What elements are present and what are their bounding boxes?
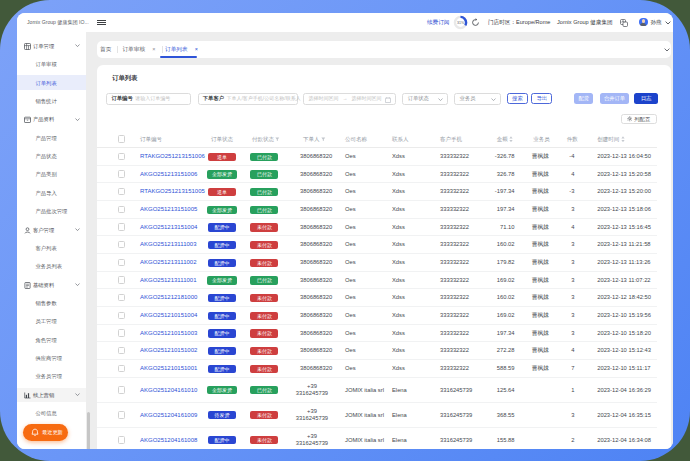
sidebar-item-产品类别[interactable]: 产品类别 (17, 165, 86, 183)
order-number-link[interactable]: AKGO251204161009 (140, 403, 197, 428)
row-checkbox[interactable] (118, 294, 126, 302)
tab-订单列表[interactable]: 订单列表× (165, 41, 198, 59)
order-number-link[interactable]: AKGO251213111002 (140, 254, 197, 272)
table-row[interactable]: AKGO251212181000配货中未付款3806868320OesXdss3… (97, 289, 657, 307)
salesperson-select[interactable]: 业务员 (454, 93, 501, 105)
column-header-company[interactable]: 公司名称 (345, 130, 367, 148)
allocate-button[interactable]: 配货 (574, 93, 594, 104)
column-header-sales[interactable]: 业务员 (533, 130, 550, 148)
sidebar-item-线上营销[interactable]: 线上营销 (17, 386, 86, 404)
sidebar-item-产品导入[interactable]: 产品导入 (17, 184, 86, 202)
column-header-phone[interactable]: 客户手机 (440, 130, 462, 148)
row-checkbox[interactable] (118, 188, 126, 196)
customer-input[interactable]: 下单客户下单人/客户手机/公司名称/联系人 (198, 93, 298, 105)
order-status-select[interactable]: 订单状态 (402, 93, 448, 105)
column-header-contact[interactable]: 联系人 (392, 130, 409, 148)
merge-orders-button[interactable]: 合并订单 (600, 93, 629, 104)
row-checkbox[interactable] (118, 386, 126, 394)
order-number-link[interactable]: AKGO251210151003 (140, 325, 197, 343)
table-row[interactable]: AKGO251210151003配货中未付款3806868320OesXdss3… (97, 325, 657, 343)
table-row[interactable]: RTAKGO251213151006退单已付款3806868320OesXdss… (97, 148, 657, 166)
sidebar-item-供应商管理[interactable]: 供应商管理 (17, 349, 86, 367)
table-row[interactable]: RTAKGO251213151005退单已付款3806868320OesXdss… (97, 183, 657, 201)
select-all-checkbox[interactable] (118, 135, 126, 143)
close-icon[interactable]: × (152, 46, 155, 52)
sidebar-item-员工管理[interactable]: 员工管理 (17, 312, 86, 330)
sidebar-item-业务员管理[interactable]: 业务员管理 (17, 367, 86, 385)
sidebar-item-客户列表[interactable]: 客户列表 (17, 239, 86, 257)
sidebar-item-业务员列表[interactable]: 业务员列表 (17, 257, 86, 275)
row-checkbox[interactable] (118, 312, 126, 320)
order-number-link[interactable]: AKGO251213111001 (140, 272, 197, 290)
order-number-link[interactable]: AKGO251213151005 (140, 201, 197, 219)
tab-collapse-chevron-icon[interactable] (664, 48, 670, 52)
sidebar-item-订单列表[interactable]: 订单列表 (17, 74, 86, 92)
table-row[interactable]: AKGO251213111001全部发货已付款3806868320OesXdss… (97, 272, 657, 290)
sidebar-scrollbar[interactable] (87, 412, 90, 450)
table-row[interactable]: AKGO251210151001配货中未付款3806868320OesXdss3… (97, 360, 657, 378)
sidebar-item-产品批次管理[interactable]: 产品批次管理 (17, 202, 86, 220)
date-range-picker[interactable]: 选择时间区间 → 选择时间区间 (303, 93, 396, 105)
sidebar-item-产品状态[interactable]: 产品状态 (17, 147, 86, 165)
order-number-link[interactable]: RTAKGO251213151006 (140, 148, 205, 166)
order-number-link[interactable]: AKGO251213151004 (140, 219, 197, 237)
search-button[interactable]: 搜索 (507, 93, 528, 104)
row-checkbox[interactable] (118, 153, 126, 161)
user-menu-chevron-icon[interactable] (665, 21, 671, 25)
sidebar-item-产品管理[interactable]: 产品管理 (17, 129, 86, 147)
row-checkbox[interactable] (118, 206, 126, 214)
column-header-number[interactable]: 订单编号 (140, 130, 162, 148)
row-checkbox[interactable] (118, 436, 126, 444)
row-checkbox[interactable] (118, 347, 126, 355)
refresh-icon[interactable] (471, 18, 480, 27)
column-header-count[interactable]: 件数 (567, 130, 578, 148)
sidebar-item-客户管理[interactable]: 客户管理 (17, 221, 86, 239)
sidebar-item-销售参数[interactable]: 销售参数 (17, 294, 86, 312)
log-button[interactable]: 日志 (634, 93, 658, 104)
row-checkbox[interactable] (118, 411, 126, 419)
order-no-input[interactable]: 订单编号请输入订单编号 (106, 93, 191, 105)
menu-toggle-icon[interactable] (97, 20, 106, 26)
table-row[interactable]: AKGO251213111003配货中未付款3806868320OesXdss3… (97, 236, 657, 254)
user-avatar[interactable] (639, 18, 648, 27)
sidebar-item-订单管理[interactable]: 订单管理 (17, 37, 86, 55)
order-number-link[interactable]: AKGO251210151001 (140, 360, 197, 378)
table-row[interactable]: AKGO251213151006全部发货已付款3806868320OesXdss… (97, 166, 657, 184)
column-header-amount[interactable]: 金额 (497, 130, 514, 148)
order-number-link[interactable]: AKGO251204161008 (140, 428, 197, 449)
sidebar-item-产品资料[interactable]: 产品资料 (17, 110, 86, 128)
table-row[interactable]: AKGO251210151004配货中未付款3806868320OesXdss3… (97, 307, 657, 325)
close-icon[interactable]: × (195, 46, 198, 52)
sidebar-item-订单审核[interactable]: 订单审核 (17, 55, 86, 73)
table-row[interactable]: AKGO251204161008配货中未付款+39 3316245739JOMI… (97, 428, 657, 449)
row-checkbox[interactable] (118, 276, 126, 284)
order-number-link[interactable]: AKGO251210151002 (140, 342, 197, 360)
sidebar-item-销售统计[interactable]: 销售统计 (17, 92, 86, 110)
table-row[interactable]: AKGO251213151005全部发货已付款3806868320OesXdss… (97, 201, 657, 219)
table-row[interactable]: AKGO251213151004配货中未付款3806868320OesXdss3… (97, 219, 657, 237)
row-checkbox[interactable] (118, 223, 126, 231)
tab-首页[interactable]: 首页 (100, 41, 111, 59)
sidebar-item-公司信息[interactable]: 公司信息 (17, 404, 86, 422)
row-checkbox[interactable] (118, 365, 126, 373)
column-header-created[interactable]: 创建时间 (597, 130, 625, 148)
column-config-button[interactable]: 列配置 (621, 114, 657, 125)
sidebar-item-角色管理[interactable]: 角色管理 (17, 331, 86, 349)
table-row[interactable]: AKGO251213111002配货中未付款3806868320OesXdss3… (97, 254, 657, 272)
column-header-buyer[interactable]: 下单人 (303, 130, 326, 148)
order-number-link[interactable]: RTAKGO251213151005 (140, 183, 205, 201)
row-checkbox[interactable] (118, 170, 126, 178)
row-checkbox[interactable] (118, 241, 126, 249)
row-checkbox[interactable] (118, 329, 126, 337)
renew-subscription-link[interactable]: 续费订阅 (427, 13, 449, 32)
order-number-link[interactable]: AKGO251210151004 (140, 307, 197, 325)
table-row[interactable]: AKGO251204161010全部发货已付款+39 3316245739JOM… (97, 378, 657, 403)
updates-button[interactable]: 最近更新 (23, 424, 68, 441)
sidebar-item-基础资料[interactable]: 基础资料 (17, 276, 86, 294)
tab-订单审核[interactable]: 订单审核× (122, 41, 155, 59)
export-button[interactable]: 导出 (531, 93, 552, 104)
language-icon[interactable] (620, 19, 628, 27)
table-row[interactable]: AKGO251210151002配货中未付款3806868320OesXdss3… (97, 342, 657, 360)
row-checkbox[interactable] (118, 259, 126, 267)
column-header-status[interactable]: 订单状态 (211, 130, 233, 148)
